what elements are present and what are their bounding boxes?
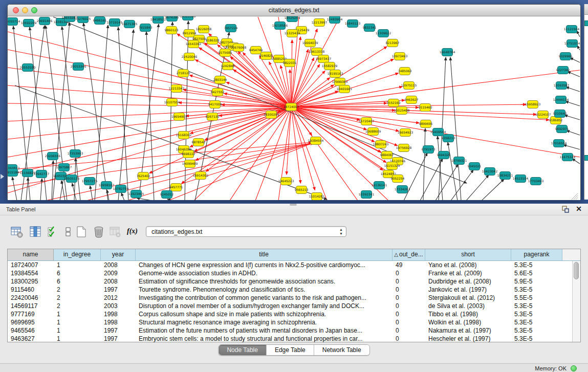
graph-node[interactable]: 9210643 [553,110,567,118]
graph-node[interactable]: 20053346 [71,63,86,71]
graph-hub-node[interactable]: 18724007 [284,103,299,111]
graph-node[interactable]: 9698222 [182,150,195,158]
graph-node[interactable]: 9884067 [380,151,394,159]
graph-node[interactable]: 14099489 [182,160,198,168]
table-selector-dropdown[interactable]: citations_edges.txt ▲▼ [146,226,346,237]
table-cell[interactable]: Changes of HCN gene expression and I(f) … [136,261,393,269]
table-cell[interactable]: 5.5E-5 [511,294,562,302]
table-row[interactable]: 977716911998Corpus callosum shape and si… [8,310,580,318]
graph-node[interactable]: 12483904 [327,16,343,24]
graph-node[interactable]: 15136141 [372,182,387,189]
graph-node[interactable]: 9345021 [468,163,482,170]
graph-node[interactable]: 10224107 [535,111,551,119]
graph-node[interactable]: 13505135 [64,175,80,183]
select-columns-icon[interactable] [29,225,42,238]
graph-node[interactable]: 11675324 [560,154,576,161]
graph-node[interactable]: 15276025 [75,16,91,23]
graph-node[interactable]: 9052254 [391,175,405,183]
table-cell[interactable]: 2008 [101,277,136,286]
table-cell[interactable]: Jankovic et al. (1997) [425,286,511,294]
graph-node[interactable]: 7625402 [137,172,150,180]
graph-node[interactable]: 10592209 [21,19,37,27]
graph-node[interactable]: 17999363 [332,78,348,86]
table-cell[interactable]: 9465546 [8,326,54,335]
graph-node[interactable]: 6466161 [93,17,107,25]
graph-node[interactable]: 17016504 [551,140,567,147]
column-header-in_degree[interactable]: in_degree [54,249,101,260]
table-cell[interactable]: Structural magnetic resonance image aver… [136,318,393,326]
graph-node[interactable]: 18418522 [150,16,166,24]
table-cell[interactable]: 1997 [101,326,136,335]
graph-node[interactable]: 8213967 [386,39,400,47]
table-cell[interactable]: Tibbo et al. (1998) [425,310,511,318]
graph-node[interactable]: 16671385 [122,20,138,28]
table-settings-icon[interactable] [10,225,24,238]
table-cell[interactable]: 6 [54,269,101,277]
graph-node[interactable]: 16782759 [113,185,129,193]
graph-node[interactable]: 11121504 [564,26,580,33]
graph-node[interactable]: 14055714 [8,18,20,26]
table-cell[interactable]: 2 [54,294,101,302]
resize-grip-icon[interactable] [574,195,578,200]
graph-node[interactable]: 18807243 [373,141,389,148]
table-cell[interactable]: 5.3E-5 [511,302,562,310]
table-cell[interactable]: 5.3E-5 [511,326,562,335]
table-row[interactable]: 969969511998Structural magnetic resonanc… [8,318,580,326]
table-cell[interactable]: 0 [393,294,425,302]
graph-node[interactable]: 11325439 [285,30,300,37]
graph-node[interactable]: 12444134 [553,96,569,104]
graph-node[interactable]: 9358213 [442,135,455,142]
window-titlebar[interactable]: citations_edges.txt [8,5,580,16]
column-header-out_de[interactable]: △out_de... [393,249,425,260]
table-cell[interactable]: Disruption of a novel member of a sodium… [136,302,393,310]
table-cell[interactable]: 1 [54,261,101,269]
graph-node[interactable]: 16151329 [384,162,400,170]
column-header-title[interactable]: title [136,249,393,260]
table-cell[interactable]: 18300295 [8,277,54,286]
graph-node[interactable]: 16107554 [164,99,180,106]
graph-node[interactable]: 14523104 [513,175,529,183]
graph-node[interactable]: 2803144 [213,76,227,84]
table-cell[interactable]: 9463627 [8,335,54,343]
graph-node[interactable]: 10975867 [56,164,72,171]
close-panel-icon[interactable]: ✕ [576,205,582,213]
table-cell[interactable]: 49 [393,261,425,269]
table-row[interactable]: 911546021997Tourette syndrome. Phenomeno… [8,286,580,294]
table-cell[interactable]: 0 [393,269,425,277]
table-cell[interactable]: 18724007 [8,261,54,269]
graph-node[interactable]: 9152160 [387,99,401,107]
table-cell[interactable]: 6 [54,277,101,286]
graph-node[interactable]: 17353993 [68,150,83,158]
graph-node[interactable]: 17957275 [82,178,98,185]
graph-node[interactable]: 9694326 [437,151,451,159]
table-cell[interactable]: 0 [393,326,425,335]
graph-node[interactable]: 16845123 [345,20,361,28]
tab-edge-table[interactable]: Edge Table [266,345,314,355]
table-cell[interactable]: 0 [393,277,425,286]
table-row[interactable]: 1456911722003Disruption of a novel membe… [8,302,580,310]
network-canvas[interactable]: 1872400798601238912954182260589827509165… [8,16,580,200]
graph-node[interactable]: 10973493 [392,53,408,60]
table-cell[interactable]: Embryonic stem cells: a model to study s… [136,335,393,343]
float-panel-icon[interactable] [561,205,570,213]
table-cell[interactable]: Hescheler et al. (1997) [425,335,511,343]
graph-node[interactable]: 8878542 [192,139,206,146]
table-cell[interactable]: Estimation of the future numbers of pati… [136,326,393,335]
table-cell[interactable]: 1998 [101,318,136,326]
graph-node[interactable]: 14645223 [278,178,294,185]
scrollbar-thumb[interactable] [574,262,579,279]
graph-node[interactable]: 8427552 [211,89,225,96]
panel-collapse-arrow-icon[interactable] [1,174,4,179]
vertical-scrollbar[interactable] [572,261,580,342]
graph-node[interactable]: 18300295 [264,111,279,119]
table-cell[interactable]: 5.3E-5 [511,286,562,294]
graph-node[interactable]: 6791973 [422,146,435,154]
graph-node[interactable]: 12093587 [554,82,570,90]
table-cell[interactable]: de Silva et al. (2003) [425,302,511,310]
table-cell[interactable]: 5.9E-5 [511,277,562,286]
table-cell[interactable]: Genome-wide association studies in ADHD. [136,269,393,277]
graph-node[interactable]: 10958107 [99,182,115,189]
background-window-sliver[interactable] [584,4,588,200]
table-cell[interactable]: 2009 [101,269,136,277]
table-cell[interactable]: 9777169 [8,310,54,318]
